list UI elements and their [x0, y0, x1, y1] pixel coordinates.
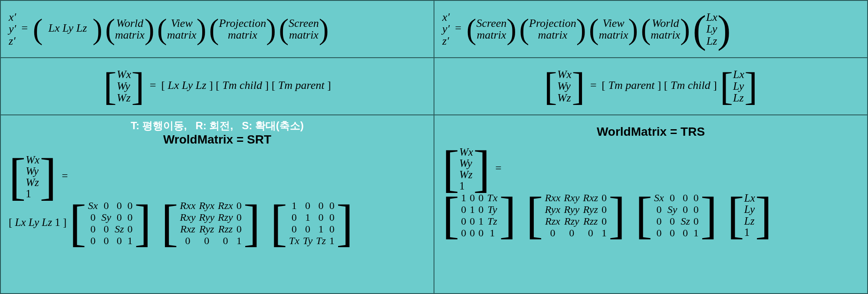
legend-text: T: 평행이동, R: 회전, S: 확대(축소)	[9, 119, 426, 133]
pipeline-col-equation: x′ y′ z′ = (Screenmatrix) (Projectionmat…	[442, 11, 859, 47]
cell-row3-right: WorldMatrix = TRS [WxWyWz1] = [100Tx010T…	[434, 115, 868, 294]
wvec-equals-right: [WxWyWz1] =	[442, 147, 859, 192]
comparison-table: x′ y′ z′ = ( Lx Ly Lz ) (Worldmatrix) (V…	[0, 0, 868, 294]
translation-matrix-col: 100Tx010Ty001Tz0001	[459, 192, 499, 239]
translation-matrix-row: 100001000010TxTyTz1	[287, 200, 336, 247]
tm-row-equation: [WxWyWz] = [ Lx Ly Lz ] [ Tm child ] [ T…	[9, 69, 426, 104]
tm-col-equation: [WxWyWz] = [ Tm parent ] [ Tm child ] [L…	[442, 69, 859, 104]
scale-matrix: Sx0000Sy0000Sz00001	[86, 200, 135, 247]
equals-sign: =	[21, 22, 29, 34]
rotation-matrix-col: RxxRxyRxz0RyxRyyRyz0RzxRzyRzz00001	[543, 192, 608, 239]
pipeline-row-equation: x′ y′ z′ = ( Lx Ly Lz ) (Worldmatrix) (V…	[9, 11, 426, 47]
wvec-equals-left: [WxWyWz1] =	[9, 154, 426, 200]
cell-row2-left: [WxWyWz] = [ Lx Ly Lz ] [ Tm child ] [ T…	[0, 58, 434, 115]
cell-row2-right: [WxWyWz] = [ Tm parent ] [ Tm child ] [L…	[434, 58, 868, 115]
rotation-matrix-row: RxxRyxRzx0RxyRyyRzy0RxzRyzRzz00001	[178, 200, 243, 247]
cell-row3-left: T: 평행이동, R: 회전, S: 확대(축소) WroldMatrix = …	[0, 115, 434, 294]
cell-row1-right: x′ y′ z′ = (Screenmatrix) (Projectionmat…	[434, 0, 868, 58]
worldmatrix-trs-title: WorldMatrix = TRS	[442, 125, 859, 139]
scale-matrix-col: Sx0000Sy0000Sz00001	[652, 192, 700, 239]
srt-expansion: [ Lx Ly Lz 1 ] [Sx0000Sy0000Sz00001] [Rx…	[9, 200, 426, 247]
trs-expansion: [100Tx010Ty001Tz0001] [RxxRxyRxz0RyxRyyR…	[442, 192, 859, 239]
worldmatrix-srt-title: WroldMatrix = SRT	[9, 133, 426, 147]
cell-row1-left: x′ y′ z′ = ( Lx Ly Lz ) (Worldmatrix) (V…	[0, 0, 434, 58]
